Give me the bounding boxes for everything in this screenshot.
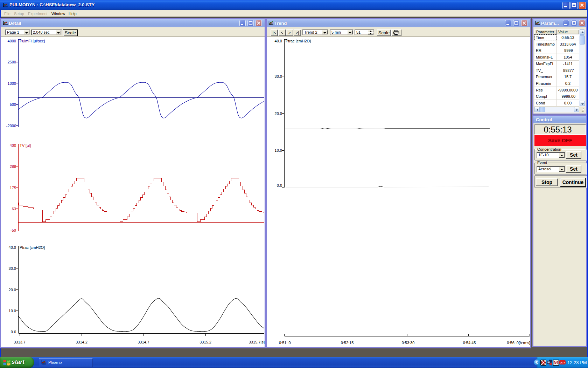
svg-text:40.0: 40.0 [275,39,282,43]
svg-text:30.0: 30.0 [275,74,282,79]
svg-text:10.0: 10.0 [9,309,16,313]
svg-text:TV [µl]: TV [µl] [20,143,31,148]
svg-text:-2000: -2000 [6,124,16,128]
svg-text:3315.7[s]: 3315.7[s] [249,340,265,344]
svg-text:0:52:15: 0:52:15 [341,341,354,345]
svg-text:40.0: 40.0 [9,245,16,250]
svg-text:3314.2: 3314.2 [76,340,88,344]
svg-text:M: M [554,360,558,365]
svg-text:3313.7: 3313.7 [14,340,26,344]
svg-text:0.0: 0.0 [277,183,282,188]
svg-text:63: 63 [12,207,16,211]
svg-text:20.0: 20.0 [9,288,16,292]
svg-text:20.0: 20.0 [275,111,282,116]
svg-text:288: 288 [10,164,16,169]
svg-text:1000: 1000 [8,81,16,86]
svg-text:400: 400 [10,143,16,148]
svg-text:Ptrac [cmH2O]: Ptrac [cmH2O] [286,39,311,43]
svg-text:3315.2: 3315.2 [200,340,211,344]
svg-text:-50: -50 [10,228,16,232]
svg-text:10.0: 10.0 [275,148,282,152]
svg-text:0.0: 0.0 [11,330,16,334]
svg-text:0:56: 0[h:m:s]: 0:56: 0[h:m:s] [507,341,530,345]
svg-text:Ptrac [cmH2O]: Ptrac [cmH2O] [20,245,45,250]
svg-text:-500: -500 [8,102,16,107]
svg-text:0:54:45: 0:54:45 [463,341,476,345]
svg-text:175: 175 [10,186,16,190]
svg-text:PulmFl [µl/sec]: PulmFl [µl/sec] [20,39,45,43]
svg-text:0:51: 0: 0:51: 0 [279,341,291,345]
svg-text:ATI: ATI [560,361,565,364]
svg-text:2500: 2500 [8,60,16,64]
svg-text:30.0: 30.0 [9,266,16,271]
svg-text:3314.7: 3314.7 [138,340,149,344]
svg-text:4000: 4000 [8,39,16,43]
svg-text:0:53:30: 0:53:30 [402,341,415,345]
